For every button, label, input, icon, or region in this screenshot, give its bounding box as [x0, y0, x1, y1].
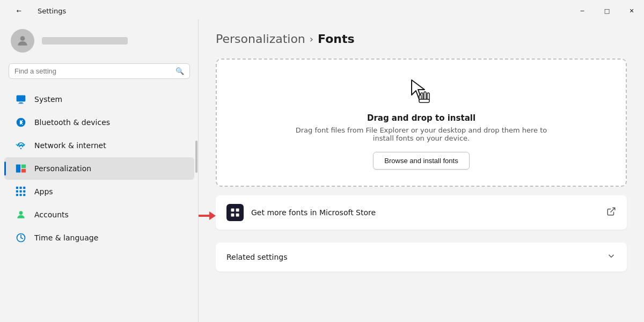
svg-rect-12	[16, 191, 18, 193]
search-icon: 🔍	[175, 67, 184, 75]
sidebar-divider	[198, 19, 199, 322]
sidebar-item-network[interactable]: Network & internet	[4, 134, 194, 157]
svg-rect-9	[16, 187, 18, 189]
titlebar: ← Settings ─ □ ✕	[0, 0, 644, 19]
search-bar[interactable]: 🔍	[9, 63, 190, 79]
sidebar-item-accounts[interactable]: Accounts	[4, 203, 194, 226]
related-label: Related settings	[226, 253, 287, 261]
content-area: Personalization › Fonts Drag and drop to…	[199, 19, 644, 322]
svg-rect-6	[16, 165, 20, 173]
personalization-label: Personalization	[34, 164, 91, 173]
svg-rect-15	[16, 194, 18, 196]
network-icon	[15, 140, 27, 151]
sidebar-item-apps[interactable]: Apps	[4, 180, 194, 203]
svg-point-0	[20, 36, 25, 41]
breadcrumb-parent: Personalization	[216, 32, 305, 46]
svg-rect-10	[20, 187, 22, 189]
svg-rect-8	[21, 169, 26, 173]
maximize-button[interactable]: □	[595, 2, 619, 19]
arrow-indicator	[199, 211, 216, 220]
chevron-down-icon	[606, 251, 616, 263]
svg-rect-13	[20, 191, 22, 193]
arrow-body	[199, 215, 209, 217]
time-label: Time & language	[34, 233, 98, 242]
sidebar-item-time[interactable]: Time & language	[4, 226, 194, 249]
network-label: Network & internet	[34, 141, 106, 150]
user-name-blurred	[42, 37, 128, 45]
accounts-label: Accounts	[34, 210, 69, 219]
sidebar-item-personalization[interactable]: Personalization	[4, 157, 194, 180]
search-input[interactable]	[14, 67, 171, 75]
back-button[interactable]: ←	[6, 2, 31, 19]
store-app-icon	[226, 204, 244, 221]
svg-rect-2	[19, 103, 23, 104]
arrow-head	[209, 211, 216, 220]
store-row-left: Get more fonts in Microsoft Store	[226, 204, 376, 221]
time-icon	[15, 232, 27, 244]
svg-rect-17	[23, 194, 25, 196]
drag-subtitle: Drag font files from File Explorer or yo…	[292, 126, 550, 142]
external-link-icon	[606, 207, 616, 218]
system-icon	[15, 93, 27, 105]
svg-point-18	[19, 211, 23, 215]
sidebar-scrollbar[interactable]	[195, 141, 197, 173]
drag-cursor-icon	[405, 76, 437, 108]
app-body: 🔍 System	[0, 19, 644, 322]
svg-rect-11	[23, 187, 25, 189]
breadcrumb-current: Fonts	[318, 32, 355, 46]
svg-rect-7	[21, 165, 26, 169]
sidebar-item-bluetooth[interactable]: Bluetooth & devices	[4, 111, 194, 134]
sidebar-item-system[interactable]: System	[4, 88, 194, 111]
svg-rect-14	[23, 191, 25, 193]
drag-drop-box[interactable]: Drag and drop to install Drag font files…	[216, 58, 627, 187]
related-settings-row[interactable]: Related settings	[216, 243, 627, 272]
accounts-icon	[15, 209, 27, 221]
store-section: Get more fonts in Microsoft Store	[216, 195, 627, 236]
svg-line-30	[611, 208, 615, 212]
user-section	[0, 19, 199, 63]
browse-install-button[interactable]: Browse and install fonts	[373, 152, 469, 170]
svg-rect-3	[18, 104, 24, 104]
apps-icon	[15, 186, 27, 197]
svg-rect-27	[236, 209, 239, 212]
svg-rect-28	[231, 214, 235, 217]
bluetooth-label: Bluetooth & devices	[34, 118, 110, 127]
svg-rect-29	[236, 214, 239, 217]
store-row[interactable]: Get more fonts in Microsoft Store	[216, 195, 627, 230]
svg-rect-25	[419, 99, 429, 103]
system-label: System	[34, 95, 62, 104]
svg-rect-16	[20, 194, 22, 196]
personalization-icon	[15, 163, 27, 174]
avatar	[11, 29, 34, 53]
store-label: Get more fonts in Microsoft Store	[251, 208, 376, 217]
svg-point-5	[20, 148, 22, 150]
breadcrumb-separator: ›	[310, 33, 313, 45]
bluetooth-icon	[15, 116, 27, 128]
close-button[interactable]: ✕	[619, 2, 644, 19]
svg-rect-26	[231, 209, 235, 212]
sidebar: 🔍 System	[0, 19, 199, 322]
svg-rect-1	[17, 96, 26, 102]
nav-items: System Bluetooth & devices	[0, 87, 199, 313]
drag-title: Drag and drop to install	[367, 113, 475, 123]
window-controls: ─ □ ✕	[570, 2, 644, 19]
app-title: Settings	[38, 7, 66, 15]
apps-label: Apps	[34, 187, 53, 196]
breadcrumb: Personalization › Fonts	[216, 32, 627, 46]
minimize-button[interactable]: ─	[570, 2, 595, 19]
titlebar-left: ← Settings	[6, 2, 66, 19]
